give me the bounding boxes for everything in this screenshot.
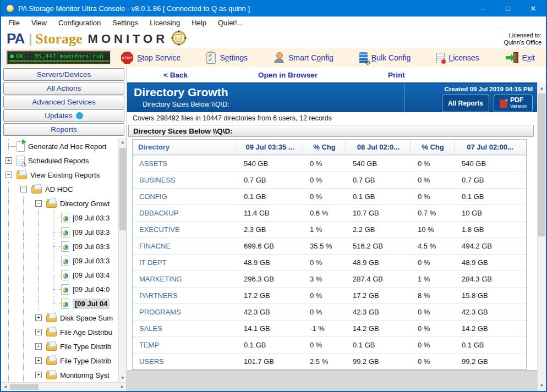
directory-link-cell[interactable]: PROGRAMS <box>133 304 237 320</box>
table-header-cell[interactable]: % Chg <box>303 140 346 154</box>
scroll-down-icon[interactable]: ▼ <box>119 374 127 382</box>
scroll-up-icon[interactable]: ▲ <box>538 84 546 92</box>
tree-item[interactable]: −View Existing Reports <box>1 168 118 182</box>
scroll-down-icon[interactable]: ▼ <box>538 381 546 390</box>
tree-item[interactable]: [09 Jul 03:3 <box>1 225 118 239</box>
expander-icon[interactable]: + <box>35 357 42 364</box>
expander-icon[interactable]: + <box>35 329 42 335</box>
directory-link-cell[interactable]: IT DEPT <box>133 255 237 270</box>
tree-item[interactable]: Generate Ad Hoc Report <box>1 139 118 153</box>
tree-item[interactable]: [09 Jul 03:3 <box>1 239 118 253</box>
tree-item[interactable]: [09 Jul 04:0 <box>1 282 118 296</box>
tree-item[interactable]: +File Type Distrib <box>1 339 118 354</box>
expander-icon[interactable]: − <box>20 186 27 192</box>
table-header-cell[interactable]: Directory <box>133 140 237 154</box>
tree-scrollbar-thumb[interactable] <box>119 148 126 230</box>
close-button[interactable]: ✕ <box>521 0 546 16</box>
directory-link-cell[interactable]: PARTNERS <box>133 288 237 303</box>
value-cell: 2.5 % <box>303 354 346 369</box>
table-header-cell[interactable]: 09 Jul 03:35 ... <box>237 140 303 154</box>
directory-link-cell[interactable]: USERS <box>133 354 237 369</box>
sidebar-item-servers-devices[interactable]: Servers/Devices <box>3 68 124 81</box>
tree-expander[interactable]: − <box>31 196 46 211</box>
tree-expander[interactable]: − <box>16 182 31 196</box>
minimize-button[interactable]: – <box>470 0 495 16</box>
all-reports-button[interactable]: All Reports <box>442 95 489 112</box>
menu-item-quiet[interactable]: Quiet!... <box>216 18 245 28</box>
pdf-version-button[interactable]: PDF Version <box>494 95 533 112</box>
value-cell: 0 % <box>411 304 455 320</box>
menu-item-file[interactable]: File <box>7 18 21 28</box>
tree-item[interactable]: +Disk Space Sum <box>1 311 118 325</box>
report-vertical-scrollbar[interactable]: ▲ ▼ <box>537 82 546 391</box>
value-cell: 0 % <box>303 172 346 188</box>
expander-icon[interactable]: + <box>6 157 12 164</box>
tree-vertical-scrollbar[interactable]: ▲ ▼ <box>118 138 127 382</box>
tree-item[interactable]: −AD HOC <box>1 182 118 196</box>
directory-link-cell[interactable]: TEMP <box>133 337 237 353</box>
scroll-up-icon[interactable]: ▲ <box>119 138 127 146</box>
tree-hscrollbar-thumb[interactable] <box>10 384 39 390</box>
tree-item[interactable]: [09 Jul 03:4 <box>1 268 118 282</box>
exit-button[interactable]: Exit <box>505 52 535 63</box>
scroll-right-icon[interactable]: ► <box>118 384 127 389</box>
directory-link-cell[interactable]: EXECUTIVE <box>133 222 237 238</box>
tree-expander[interactable]: + <box>1 153 16 168</box>
table-row: CONFIG0.1 GB0 %0.1 GB0 %0.1 GB <box>133 188 526 205</box>
sidebar-item-reports[interactable]: Reports <box>3 123 124 136</box>
menu-item-help[interactable]: Help <box>190 18 208 28</box>
smart-config-button[interactable]: Smart Config <box>274 52 333 63</box>
tree-item[interactable]: +File Type Distrib <box>1 354 118 368</box>
tree-item[interactable]: −Directory Growt <box>1 196 118 211</box>
menu-item-view[interactable]: View <box>30 18 48 28</box>
tree-guide <box>1 296 16 311</box>
report-scrollbar-thumb[interactable] <box>538 93 545 236</box>
expander-icon[interactable]: − <box>6 172 12 178</box>
sidebar-item-advanced-services[interactable]: Advanced Services <box>3 96 124 108</box>
back-link[interactable]: < Back <box>163 71 188 79</box>
tree-expander[interactable]: + <box>31 311 46 325</box>
directory-link-cell[interactable]: CONFIG <box>133 189 237 205</box>
tree-expander[interactable]: + <box>31 368 46 382</box>
table-header-cell[interactable]: 08 Jul 02:0... <box>346 140 411 154</box>
expander-icon[interactable]: + <box>35 314 42 321</box>
tree-item[interactable]: [09 Jul 03:3 <box>1 253 118 268</box>
bulk-config-button[interactable]: ⚙Bulk Config <box>359 52 411 63</box>
sidebar-item-updates[interactable]: Updates <box>3 109 124 122</box>
tree-expander[interactable]: + <box>31 339 46 354</box>
tree-guide <box>16 239 31 253</box>
tree-item[interactable]: +File Age Distribu <box>1 325 118 339</box>
table-header-cell[interactable]: 07 Jul 02:00... <box>455 140 525 154</box>
tree-item[interactable]: [09 Jul 03:3 <box>1 211 118 225</box>
scroll-left-icon[interactable]: ◄ <box>1 384 9 389</box>
maximize-button[interactable]: □ <box>495 0 521 16</box>
tree-expander[interactable]: + <box>31 325 46 339</box>
table-header-cell[interactable]: % Chg <box>411 140 455 154</box>
directory-link-cell[interactable]: BUSINESS <box>133 172 237 188</box>
stop-service-button[interactable]: STOPStop Service <box>121 52 180 64</box>
tree-item[interactable]: +Scheduled Reports <box>1 153 118 168</box>
print-link[interactable]: Print <box>388 71 405 79</box>
tree-expander[interactable]: − <box>1 168 16 182</box>
expander-icon[interactable]: − <box>35 200 42 207</box>
menu-item-licensing[interactable]: Licensing <box>148 18 182 28</box>
value-cell: 8 % <box>411 288 455 303</box>
open-in-browser-link[interactable]: Open in Browser <box>258 71 318 79</box>
directory-link-cell[interactable]: MARKETING <box>133 271 237 287</box>
tree-expander[interactable]: + <box>31 354 46 368</box>
directory-link-cell[interactable]: FINACNE <box>133 238 237 254</box>
sidebar-item-all-actions[interactable]: All Actions <box>3 82 124 95</box>
directory-link-cell[interactable]: ASSETS <box>133 156 237 172</box>
directory-link-cell[interactable]: SALES <box>133 321 237 336</box>
tree-item[interactable]: [09 Jul 04 <box>1 296 118 311</box>
menu-item-settings[interactable]: Settings <box>111 18 140 28</box>
menu-item-configuration[interactable]: Configuration <box>57 18 102 28</box>
expander-icon[interactable]: + <box>35 343 42 350</box>
tree-horizontal-scrollbar[interactable]: ◄ ► <box>1 382 127 391</box>
settings-button[interactable]: ✔✔Settings <box>206 52 248 64</box>
tree-item[interactable]: +Monitoring Syst <box>1 368 118 382</box>
directory-link-cell[interactable]: DBBACKUP <box>133 205 237 221</box>
status-led-panel: OK - 35,447 monitors run <box>7 51 111 65</box>
expander-icon[interactable]: + <box>35 372 42 378</box>
licenses-button[interactable]: Licenses <box>436 53 479 63</box>
